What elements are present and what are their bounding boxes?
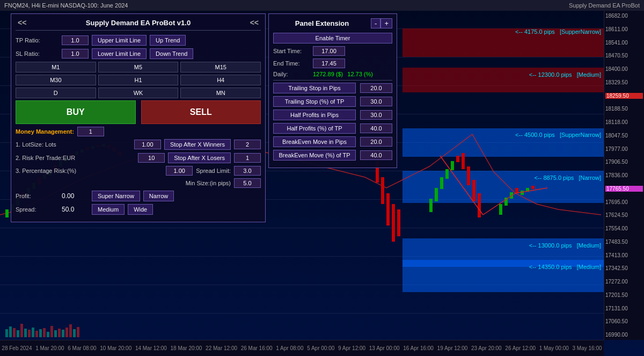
half-pct-row: Half Profits (%) of TP 40.0 — [273, 123, 392, 134]
down-trend-btn[interactable]: Down Trend — [150, 48, 193, 59]
ext-plus-btn[interactable]: + — [380, 18, 392, 28]
sell-button[interactable]: SELL — [141, 100, 261, 124]
end-time-value[interactable]: 17.45 — [313, 59, 345, 68]
buy-button[interactable]: BUY — [16, 100, 136, 124]
stop-losers-btn[interactable]: Stop After X Losers — [168, 152, 231, 163]
half-pips-row: Half Profits in Pips 30.0 — [273, 110, 392, 120]
price-21: 17131.00 — [605, 306, 643, 311]
time-label: 1 Mar 20:00 — [35, 345, 64, 351]
panel-nav-left[interactable]: << — [16, 18, 28, 27]
timeframe-row-3: D WK MN — [16, 88, 261, 98]
price-5: 18400.00 — [605, 66, 643, 72]
tf-d[interactable]: D — [16, 88, 96, 98]
svg-rect-65 — [73, 329, 76, 337]
tf-m30[interactable]: M30 — [16, 75, 96, 85]
price-22: 17060.50 — [605, 318, 643, 324]
tp-ratio-value[interactable]: 1.0 — [62, 35, 89, 45]
price-12: 17836.00 — [605, 172, 643, 178]
tf-h1[interactable]: H1 — [98, 75, 179, 85]
up-trend-btn[interactable]: Up Trend — [150, 35, 186, 46]
medium-btn[interactable]: Medium — [92, 204, 125, 215]
price-6: 18329.50 — [605, 79, 643, 85]
super-narrow-btn[interactable]: Super Narrow — [92, 191, 140, 201]
trailing-pct-btn[interactable]: Trailing Stop (%) of TP — [273, 96, 356, 107]
min-size-value[interactable]: 5.0 — [234, 178, 261, 188]
time-label: 5 Apr 00:00 — [307, 345, 334, 351]
half-pct-btn[interactable]: Half Profits (%) of TP — [273, 123, 356, 134]
svg-rect-0 — [5, 209, 9, 217]
risk-per-trade-value[interactable]: 10 — [138, 153, 165, 163]
trailing-pct-value[interactable]: 30.0 — [360, 97, 392, 106]
upper-limit-btn[interactable]: Upper Limit Line — [92, 35, 147, 46]
price-marker: 17765.50 — [605, 186, 643, 192]
breakeven-pips-value[interactable]: 20.0 — [360, 137, 392, 147]
main-panel: << Supply Demand EA ProBot v1.0 << TP Ra… — [11, 13, 266, 222]
risk-per-trade-label: 2. Risk Per Trade:EUR — [16, 155, 135, 161]
svg-rect-54 — [32, 328, 34, 337]
money-mgmt-row: Money Management: 1 — [16, 127, 261, 136]
time-axis: 28 Feb 2024 1 Mar 20:00 6 Mar 08:00 10 M… — [0, 340, 604, 356]
money-mgmt-label: Money Management: — [16, 128, 74, 135]
lot-size-value[interactable]: 1.00 — [134, 140, 161, 149]
stop-winners-value[interactable]: 2 — [234, 140, 261, 149]
svg-rect-49 — [13, 328, 16, 337]
tp-ratio-label: TP Ratio: — [16, 37, 58, 43]
price-17: 17413.00 — [605, 252, 643, 258]
ext-title: Panel Extension — [273, 19, 371, 27]
sl-ratio-value[interactable]: 1.0 — [62, 49, 89, 59]
svg-rect-53 — [28, 330, 31, 337]
price-14: 17624.50 — [605, 212, 643, 218]
breakeven-pct-btn[interactable]: BreakEven Move (%) of TP — [273, 150, 356, 161]
svg-rect-62 — [62, 330, 64, 337]
end-time-row: End Time: 17.45 — [273, 59, 392, 68]
price-15: 17554.00 — [605, 226, 643, 231]
panel-nav-right[interactable]: << — [248, 18, 261, 27]
time-label: 9 Apr 12:00 — [338, 345, 365, 351]
tf-mn[interactable]: MN — [180, 88, 261, 98]
time-label: 22 Mar 12:00 — [206, 345, 237, 351]
tf-m5[interactable]: M5 — [98, 62, 179, 72]
time-label: 18 Mar 20:00 — [170, 345, 202, 351]
price-axis: 18682.00 18611.00 18541.00 18470.50 1840… — [604, 11, 644, 340]
money-mgmt-value[interactable]: 1 — [77, 127, 104, 136]
profit-row: Profit: 0.00 Super Narrow Narrow — [16, 191, 261, 201]
panel-title: Supply Demand EA ProBot v1.0 — [28, 19, 247, 27]
time-label: 26 Mar 16:00 — [241, 345, 273, 351]
trailing-pips-row: Trailing Stop in Pips 20.0 — [273, 83, 392, 93]
svg-rect-58 — [47, 332, 49, 337]
tf-m1[interactable]: M1 — [16, 62, 96, 72]
pct-risk-value[interactable]: 1.00 — [166, 166, 193, 176]
ext-minus-btn[interactable]: - — [371, 18, 380, 28]
half-pips-value[interactable]: 30.0 — [360, 110, 392, 120]
breakeven-pct-value[interactable]: 40.0 — [360, 150, 392, 160]
price-7: 18188.50 — [605, 106, 643, 112]
price-2: 18611.00 — [605, 26, 643, 32]
spread-row: Spread: 50.0 Medium Wide — [16, 204, 261, 215]
half-pips-btn[interactable]: Half Profits in Pips — [273, 110, 356, 120]
spread-limit-value[interactable]: 3.0 — [234, 166, 261, 176]
svg-rect-56 — [39, 329, 42, 337]
tf-h4[interactable]: H4 — [180, 75, 261, 85]
price-16: 17483.50 — [605, 239, 643, 245]
narrow-btn[interactable]: Narrow — [143, 191, 174, 201]
enable-timer-row: Enable Timer — [273, 33, 392, 43]
svg-rect-47 — [5, 329, 8, 337]
svg-rect-59 — [50, 326, 53, 337]
timeframe-row-1: M1 M5 M15 — [16, 62, 261, 72]
svg-rect-30 — [445, 169, 449, 179]
svg-rect-31 — [451, 161, 454, 170]
breakeven-pips-btn[interactable]: BreakEven Move in Pips — [273, 136, 356, 147]
enable-timer-btn[interactable]: Enable Timer — [273, 33, 392, 43]
lot-size-row: 1. LotSize: Lots 1.00 Stop After X Winne… — [16, 139, 261, 150]
tf-wk[interactable]: WK — [98, 88, 179, 98]
tf-m15[interactable]: M15 — [180, 62, 261, 72]
wide-btn[interactable]: Wide — [128, 204, 153, 215]
price-8: 18118.00 — [605, 119, 643, 125]
lower-limit-btn[interactable]: Lower Limit Line — [92, 48, 147, 59]
stop-winners-btn[interactable]: Stop After X Winners — [164, 139, 231, 150]
trailing-pips-value[interactable]: 20.0 — [360, 83, 392, 93]
trailing-pips-btn[interactable]: Trailing Stop in Pips — [273, 83, 356, 93]
half-pct-value[interactable]: 40.0 — [360, 123, 392, 133]
stop-losers-value[interactable]: 1 — [234, 153, 261, 163]
start-time-value[interactable]: 17.00 — [313, 46, 345, 56]
